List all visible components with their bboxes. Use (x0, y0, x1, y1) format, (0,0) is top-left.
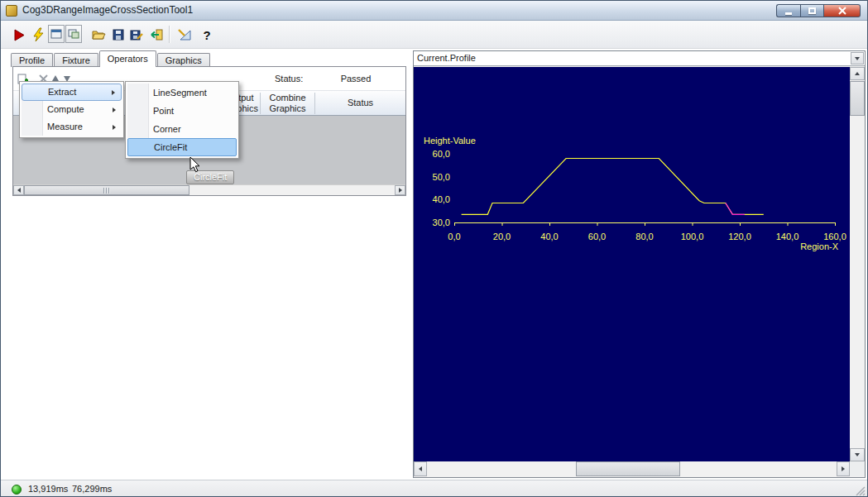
window-buttons (776, 4, 861, 17)
status-label: Status: (275, 67, 303, 90)
hscroll-left-arrow[interactable] (414, 461, 427, 476)
svg-text:50,0: 50,0 (433, 172, 450, 182)
menu-item-label: Extract (48, 87, 76, 97)
menu-item-circlefit[interactable]: CircleFit (127, 138, 237, 156)
menu-item-linesegment[interactable]: LineSegment (127, 84, 237, 102)
main-toolbar: ? (1, 21, 867, 49)
mouse-cursor-icon (189, 156, 201, 174)
menu-item-corner[interactable]: Corner (127, 120, 237, 138)
close-icon (838, 7, 846, 15)
svg-text:140,0: 140,0 (776, 232, 799, 241)
save-as-button[interactable] (127, 25, 146, 45)
image-display-icon (50, 29, 62, 39)
submenu-arrow-icon (112, 90, 115, 95)
status-value: Passed (329, 67, 382, 90)
thumb-grip (103, 188, 111, 194)
column-header-status[interactable]: Status (315, 91, 405, 115)
help-button[interactable]: ? (197, 25, 217, 45)
combobox-dropdown-button[interactable] (851, 52, 864, 65)
setsquare-pencil-icon (177, 27, 193, 42)
window-title: Cog3DRangeImageCrossSectionTool1 (22, 1, 193, 20)
svg-text:160,0: 160,0 (823, 232, 846, 241)
hscroll-left-arrow[interactable] (13, 185, 24, 195)
chevron-down-icon (855, 57, 860, 60)
show-image-button[interactable] (48, 25, 65, 43)
live-run-button[interactable] (28, 25, 48, 45)
menu-item-point[interactable]: Point (127, 102, 237, 120)
save-button[interactable] (108, 25, 128, 45)
menu-item-label: Corner (153, 124, 181, 134)
svg-text:Height-Value: Height-Value (424, 136, 476, 146)
operators-hscrollbar[interactable] (13, 184, 405, 195)
minimize-icon (785, 12, 792, 15)
tab-graphics[interactable]: Graphics (157, 53, 210, 67)
menu-item-label: Point (153, 106, 174, 116)
hscroll-thumb[interactable] (576, 461, 680, 476)
app-window: Cog3DRangeImageCrossSectionTool1 (0, 0, 868, 497)
profile-chart: 0,020,040,060,080,0100,0120,0140,0160,03… (414, 67, 850, 461)
svg-text:40,0: 40,0 (540, 232, 558, 241)
run-button[interactable] (9, 25, 29, 45)
open-button[interactable] (89, 25, 108, 45)
maximize-icon (808, 7, 816, 14)
floppy-icon (111, 27, 126, 42)
menu-item-label: CircleFit (154, 142, 187, 152)
floppy-edit-icon (129, 27, 144, 42)
menu-item-compute[interactable]: Compute (22, 101, 122, 118)
minimize-button[interactable] (776, 4, 800, 17)
lightning-icon (31, 27, 46, 42)
import-button[interactable] (146, 25, 166, 45)
open-folder-icon (91, 27, 106, 42)
vscroll-down-arrow[interactable] (850, 448, 865, 461)
submenu-arrow-icon (113, 108, 116, 112)
total-time-value: 76,299ms (72, 480, 112, 497)
hscroll-thumb[interactable] (24, 185, 189, 195)
vscroll-up-arrow[interactable] (850, 67, 865, 80)
svg-text:120,0: 120,0 (728, 232, 751, 241)
tab-operators[interactable]: Operators (99, 50, 156, 67)
titlebar[interactable]: Cog3DRangeImageCrossSectionTool1 (1, 1, 867, 21)
svg-text:30,0: 30,0 (433, 217, 450, 227)
svg-text:Region-X: Region-X (800, 241, 839, 251)
svg-text:80,0: 80,0 (635, 232, 653, 241)
profile-display-panel: Current.Profile 0,020,040,060,080,0100,0… (413, 50, 866, 478)
operators-context-menu: Extract Compute Measure (19, 81, 124, 138)
status-bar: 13,919ms 76,299ms (1, 480, 867, 497)
hscroll-right-arrow[interactable] (395, 185, 405, 195)
tab-profile[interactable]: Profile (11, 53, 53, 67)
menu-item-measure[interactable]: Measure (22, 118, 122, 136)
tab-fixture[interactable]: Fixture (54, 53, 98, 67)
help-icon: ? (203, 28, 210, 42)
hscroll-right-arrow[interactable] (837, 461, 850, 476)
svg-text:20,0: 20,0 (493, 232, 511, 241)
combobox-value: Current.Profile (417, 51, 476, 65)
extract-submenu: LineSegment Point Corner CircleFit (125, 81, 239, 159)
toolbar-separator (169, 26, 170, 43)
run-icon (12, 27, 26, 42)
graphics-display-icon (68, 29, 79, 39)
svg-text:100,0: 100,0 (681, 232, 704, 241)
scrollbar-corner (850, 461, 865, 476)
profile-source-combobox[interactable]: Current.Profile (414, 51, 865, 66)
app-icon (6, 5, 17, 17)
column-header-combine-graphics[interactable]: Combine Graphics (261, 91, 314, 115)
chart-hscrollbar[interactable] (414, 461, 850, 476)
menu-item-label: Measure (47, 122, 83, 131)
maximize-button[interactable] (800, 4, 824, 17)
tab-strip: Profile Fixture Operators Graphics (11, 51, 211, 67)
show-graphics-button[interactable] (65, 25, 82, 43)
import-arrow-icon (149, 27, 164, 42)
measure-tools-button[interactable] (175, 25, 194, 45)
profile-chart-display[interactable]: 0,020,040,060,080,0100,0120,0140,0160,03… (414, 67, 850, 461)
svg-text:60,0: 60,0 (588, 232, 606, 241)
menu-item-label: Compute (47, 104, 84, 114)
chart-vscrollbar[interactable] (850, 67, 865, 461)
resize-grip[interactable] (856, 486, 866, 496)
menu-item-label: LineSegment (153, 88, 207, 98)
menu-item-extract[interactable]: Extract (22, 84, 122, 101)
close-button[interactable] (824, 4, 861, 17)
svg-text:0,0: 0,0 (448, 232, 460, 241)
submenu-arrow-icon (113, 125, 116, 130)
vscroll-thumb[interactable] (850, 81, 865, 116)
status-ok-indicator (12, 485, 22, 495)
